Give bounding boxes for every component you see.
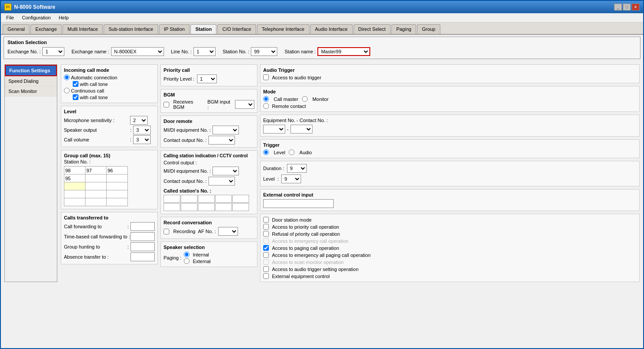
call-volume-select[interactable]: 3 (133, 135, 151, 144)
tab-exchange[interactable]: Exchange (30, 24, 62, 34)
group-input[interactable] (64, 182, 85, 190)
menu-file[interactable]: File (3, 14, 18, 21)
trigger-audio-radio[interactable] (289, 149, 294, 155)
contact-select[interactable] (208, 136, 235, 145)
priority-level-select[interactable]: 1 (197, 74, 217, 83)
tab-ip-station[interactable]: IP Station (159, 24, 190, 34)
automatic-connection-radio[interactable] (64, 74, 70, 80)
sidebar-item-function-settings[interactable]: Function Settings (5, 65, 57, 76)
sidebar-item-speed-dialing[interactable]: Speed Dialing (5, 76, 57, 86)
group-cell (107, 167, 128, 174)
access-audio-trigger-checkbox[interactable] (263, 266, 269, 272)
tab-station[interactable]: Station (190, 24, 216, 34)
group-input[interactable] (86, 167, 106, 174)
door-station-checkbox[interactable] (263, 217, 269, 223)
tab-direct-select[interactable]: Direct Select (354, 24, 391, 34)
called-input[interactable] (164, 195, 180, 203)
group-hunting-input[interactable] (130, 242, 155, 251)
group-input[interactable] (64, 190, 85, 198)
with-call-tone1-checkbox[interactable] (73, 81, 78, 87)
exchange-no-select[interactable]: 1 (42, 47, 64, 56)
called-input[interactable] (198, 203, 215, 211)
receives-bgm-checkbox[interactable] (164, 102, 169, 108)
time-based-input[interactable] (130, 232, 155, 241)
tab-co-interface[interactable]: C/O Interface (217, 24, 256, 34)
recording-checkbox[interactable] (164, 229, 169, 234)
continuous-call-radio[interactable] (64, 88, 70, 93)
cs-contact-select[interactable] (208, 177, 235, 186)
absence-transfer-input[interactable] (130, 252, 155, 261)
tab-general[interactable]: General (3, 24, 30, 34)
tab-paging[interactable]: Paging (391, 24, 416, 34)
tab-audio-interface[interactable]: Audio Interface (310, 24, 353, 34)
trigger-level-radio[interactable] (263, 149, 269, 155)
equip-no-select1[interactable] (263, 125, 285, 134)
title-bar: PI N-8000 Software _ □ ✕ (1, 1, 643, 13)
call-forwarding-input[interactable] (130, 222, 155, 231)
access-emergency-paging-checkbox[interactable] (263, 252, 269, 258)
remote-contact-radio[interactable] (263, 103, 269, 109)
called-input[interactable] (164, 203, 180, 211)
group-input[interactable] (86, 174, 106, 182)
close-button[interactable]: ✕ (632, 4, 640, 11)
tab-substation-interface[interactable]: Sub-station Interface (104, 24, 158, 34)
external-radio[interactable] (184, 258, 190, 264)
access-paging-checkbox[interactable] (263, 245, 269, 251)
audio-trigger-checkbox[interactable] (263, 74, 269, 80)
maximize-button[interactable]: □ (623, 4, 631, 11)
tab-telephone-interface[interactable]: Telephone Interface (257, 24, 309, 34)
af-no-select[interactable] (218, 227, 238, 236)
sidebar-item-scan-monitor[interactable]: Scan Monitor (5, 86, 57, 97)
external-equip-checkbox[interactable] (263, 273, 269, 279)
line-no-select[interactable]: 1 (194, 47, 216, 56)
access-scan-checkbox[interactable] (263, 259, 269, 265)
access-emergency-checkbox[interactable] (263, 238, 269, 244)
speaker-selection-title: Speaker selection (164, 245, 254, 250)
internal-radio[interactable] (184, 252, 190, 257)
with-call-tone2-checkbox[interactable] (73, 94, 78, 100)
called-input[interactable] (232, 203, 249, 211)
group-input[interactable] (107, 182, 127, 190)
external-control-input[interactable] (263, 199, 334, 208)
call-master-radio[interactable] (263, 96, 269, 102)
tab-group[interactable]: Group (417, 24, 440, 34)
exchange-name-select[interactable]: N-8000EX (111, 47, 164, 56)
group-input[interactable] (64, 167, 85, 174)
group-input[interactable] (107, 174, 127, 182)
called-input[interactable] (232, 195, 249, 203)
group-input[interactable] (64, 174, 85, 182)
monitor-radio[interactable] (302, 96, 308, 102)
mic-sensitivity-select[interactable]: 2 (130, 116, 148, 125)
menu-configuration[interactable]: Configuration (19, 14, 54, 21)
priority-level-label: Priority Level : (164, 76, 194, 82)
group-input[interactable] (64, 198, 85, 206)
cs-midi-select[interactable] (212, 167, 239, 175)
level2-select[interactable]: 9 (281, 174, 301, 183)
station-name-select[interactable]: Master99 (317, 47, 370, 56)
calling-station-section: Calling station indication / CCTV contro… (160, 150, 257, 214)
station-no-select[interactable]: 99 (251, 47, 277, 56)
called-input[interactable] (198, 195, 215, 203)
group-input[interactable] (86, 182, 106, 190)
midi-select[interactable] (212, 126, 239, 134)
group-input[interactable] (86, 190, 106, 198)
level-title: Level (64, 109, 155, 114)
midi-label: MI/DI equipment No. : (164, 127, 211, 133)
tab-multi-interface[interactable]: Multi Interface (63, 24, 103, 34)
called-input[interactable] (215, 203, 232, 211)
duration-select[interactable]: 9 (287, 164, 307, 173)
access-priority-checkbox[interactable] (263, 224, 269, 230)
menu-help[interactable]: Help (55, 14, 72, 21)
bgm-input-select[interactable] (235, 100, 254, 109)
group-input[interactable] (107, 198, 127, 206)
called-input[interactable] (181, 195, 197, 203)
minimize-button[interactable]: _ (614, 4, 622, 11)
called-input[interactable] (181, 203, 197, 211)
equip-no-select2[interactable] (290, 125, 313, 134)
group-input[interactable] (86, 198, 106, 206)
refusal-priority-checkbox[interactable] (263, 231, 269, 237)
group-input[interactable] (107, 190, 127, 198)
speaker-output-select[interactable]: 3 (133, 126, 151, 134)
called-input[interactable] (215, 195, 232, 203)
group-input[interactable] (107, 167, 127, 174)
